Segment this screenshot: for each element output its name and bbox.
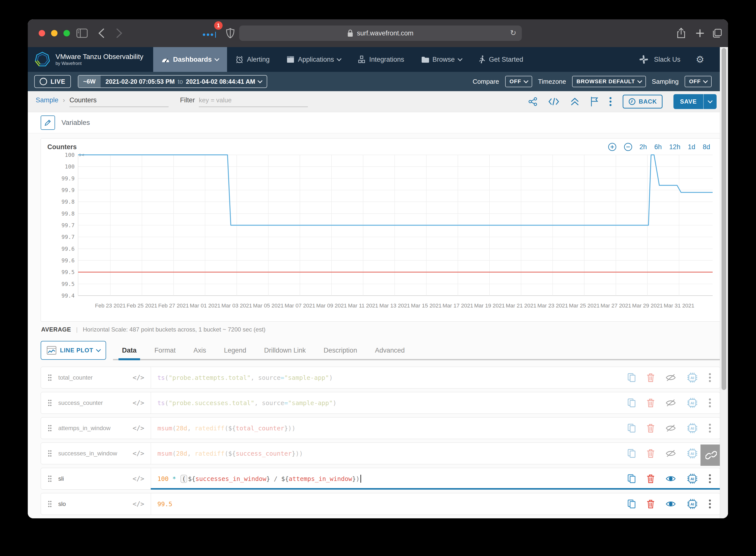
extension-icon[interactable]	[203, 32, 216, 38]
visibility-off-button[interactable]	[665, 374, 676, 382]
time-range-control[interactable]: ~6W 2021-02-20 07:05:53 PM to 2021-04-02…	[78, 75, 267, 88]
delete-query-button[interactable]	[647, 423, 655, 433]
zoom-preset-2h[interactable]: 2h	[640, 143, 647, 151]
tab-format[interactable]: Format	[145, 347, 185, 360]
clone-query-button[interactable]	[627, 449, 636, 458]
new-tab-icon[interactable]	[695, 19, 705, 47]
reload-icon[interactable]: ↻	[510, 29, 516, 37]
nav-item-dashboards[interactable]: Dashboards	[153, 47, 227, 72]
tab-legend[interactable]: Legend	[215, 347, 255, 360]
query-name-input[interactable]: total_counter	[58, 374, 133, 381]
query-menu-button[interactable]	[709, 423, 711, 433]
query-menu-button[interactable]	[709, 373, 711, 383]
save-button[interactable]: SAVE	[674, 94, 717, 109]
query-code-icon[interactable]: </>	[133, 374, 144, 381]
zoom-in-icon[interactable]	[608, 142, 617, 151]
drag-handle-icon[interactable]	[48, 450, 52, 457]
ai-assist-button[interactable]: AI	[687, 498, 698, 510]
back-button[interactable]: BACK	[623, 95, 662, 108]
visibility-on-button[interactable]	[665, 500, 676, 508]
visibility-off-button[interactable]	[665, 449, 676, 457]
slack-us-link[interactable]: Slack Us	[654, 56, 680, 63]
delete-query-button[interactable]	[647, 499, 655, 509]
drag-handle-icon[interactable]	[48, 475, 52, 482]
link-drag-overlay[interactable]	[700, 445, 722, 466]
live-button[interactable]: LIVE	[34, 75, 71, 88]
nav-item-get-started[interactable]: Get Started	[470, 47, 532, 72]
query-name-input[interactable]: attemps_in_window	[58, 425, 133, 431]
drag-handle-icon[interactable]	[48, 500, 52, 508]
flag-icon[interactable]	[590, 97, 598, 107]
dashboard-name-input[interactable]: Counters	[69, 96, 169, 107]
filter-input[interactable]: key = value	[199, 96, 308, 107]
delete-query-button[interactable]	[647, 449, 655, 458]
drag-handle-icon[interactable]	[48, 424, 52, 432]
tab-overview-icon[interactable]	[712, 19, 722, 47]
visibility-on-button[interactable]	[665, 475, 676, 482]
query-code-icon[interactable]: </>	[133, 500, 144, 508]
scrollbar-thumb[interactable]	[722, 48, 726, 390]
plot-type-select[interactable]: LINE PLOT	[41, 341, 106, 360]
query-name-input[interactable]: successes_in_window	[58, 450, 133, 457]
query-code-icon[interactable]: </>	[133, 424, 144, 432]
tab-description[interactable]: Description	[315, 347, 366, 360]
back-nav-icon[interactable]	[98, 19, 105, 47]
timezone-select[interactable]: BROWSER DEFAULT	[572, 76, 646, 87]
visibility-off-button[interactable]	[665, 399, 676, 407]
nav-item-alerting[interactable]: Alerting	[227, 47, 278, 72]
query-name-input[interactable]: slo	[58, 500, 133, 508]
code-icon[interactable]	[548, 97, 559, 106]
tab-axis[interactable]: Axis	[184, 347, 215, 360]
tab-drilldown-link[interactable]: Drilldown Link	[255, 347, 315, 360]
nav-item-integrations[interactable]: Integrations	[349, 47, 412, 72]
ai-assist-button[interactable]: AI	[687, 423, 698, 433]
query-name-input[interactable]: sli	[58, 475, 133, 482]
clone-query-button[interactable]	[627, 423, 636, 433]
shield-icon[interactable]	[226, 19, 235, 47]
query-code-icon[interactable]: </>	[133, 450, 144, 457]
brand[interactable]: VMware Tanzu Observability by Wavefront	[28, 51, 153, 68]
sidebar-toggle-icon[interactable]	[76, 19, 88, 47]
query-code-icon[interactable]: </>	[133, 475, 144, 482]
ai-assist-button[interactable]: AI	[687, 397, 698, 408]
tab-data[interactable]: Data	[113, 347, 145, 360]
clone-query-button[interactable]	[627, 398, 636, 408]
zoom-preset-12h[interactable]: 12h	[669, 143, 680, 151]
zoom-preset-8d[interactable]: 8d	[703, 143, 710, 151]
address-bar[interactable]: surf.wavefront.com ↻	[239, 26, 522, 41]
query-menu-button[interactable]	[709, 398, 711, 408]
range-shortcut[interactable]: ~6W	[78, 76, 101, 88]
query-name-input[interactable]: success_counter	[58, 399, 133, 406]
clone-query-button[interactable]	[627, 499, 636, 509]
breadcrumb-parent-link[interactable]: Sample	[36, 96, 59, 104]
collapse-all-icon[interactable]	[570, 97, 580, 106]
delete-query-button[interactable]	[647, 373, 655, 382]
counters-chart[interactable]: 10010099.999.999.899.899.799.799.699.699…	[41, 151, 720, 315]
save-dropdown[interactable]	[703, 94, 717, 109]
query-code-icon[interactable]: </>	[133, 399, 144, 407]
zoom-out-icon[interactable]	[624, 142, 632, 151]
query-menu-button[interactable]	[709, 499, 711, 509]
delete-query-button[interactable]	[647, 474, 655, 483]
clone-query-button[interactable]	[627, 373, 636, 382]
ai-assist-button[interactable]: AI	[687, 473, 698, 484]
query-menu-button[interactable]	[709, 474, 711, 484]
page-scrollbar[interactable]	[720, 47, 728, 518]
nav-item-applications[interactable]: Applications	[278, 47, 349, 72]
delete-query-button[interactable]	[647, 398, 655, 408]
share-nodes-icon[interactable]	[528, 97, 538, 106]
zoom-window-icon[interactable]	[64, 30, 70, 36]
compare-select[interactable]: OFF	[505, 76, 532, 87]
sampling-select[interactable]: OFF	[685, 76, 712, 87]
share-icon[interactable]	[677, 19, 686, 47]
clone-query-button[interactable]	[627, 474, 636, 483]
edit-variables-button[interactable]	[41, 115, 55, 130]
drag-handle-icon[interactable]	[48, 374, 52, 381]
nav-item-browse[interactable]: Browse	[413, 47, 470, 72]
ai-assist-button[interactable]: AI	[687, 372, 698, 383]
tab-advanced[interactable]: Advanced	[366, 347, 414, 360]
close-window-icon[interactable]	[39, 30, 45, 36]
gear-icon[interactable]: ⚙	[696, 54, 704, 65]
drag-handle-icon[interactable]	[48, 399, 52, 407]
zoom-preset-6h[interactable]: 6h	[654, 143, 662, 151]
